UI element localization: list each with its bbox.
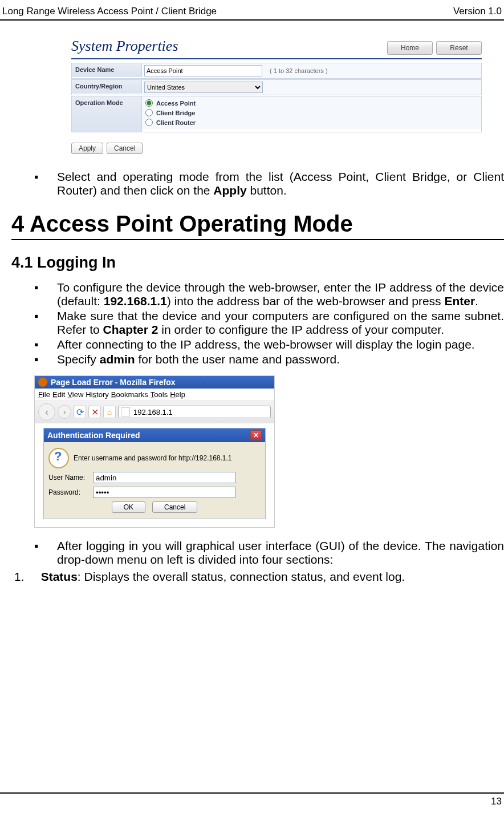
login-bullet-3: After connecting to the IP address, the … (57, 338, 504, 351)
apply-button[interactable]: Apply (71, 143, 103, 154)
auth-message: Enter username and password for http://1… (74, 454, 232, 462)
opmode-access-point-label: Access Point (156, 100, 196, 107)
operation-mode-label: Operation Mode (72, 96, 142, 132)
login-bullet-2: Make sure that the device and your compu… (57, 309, 504, 337)
ok-button[interactable]: OK (112, 501, 145, 513)
opmode-client-bridge-label: Client Bridge (156, 110, 195, 116)
password-input[interactable] (93, 487, 235, 498)
header-right: Version 1.0 (453, 6, 502, 17)
menu-history[interactable]: History (86, 390, 108, 399)
system-properties-panel: System Properties Home Reset Device Name… (71, 38, 493, 154)
page-icon (121, 407, 130, 416)
country-select[interactable]: United States (144, 82, 263, 93)
opmode-access-point-radio[interactable] (145, 99, 153, 107)
password-label: Password: (48, 488, 88, 496)
menu-help[interactable]: Help (170, 390, 185, 399)
menu-tools[interactable]: Tools (151, 390, 168, 399)
firefox-icon (38, 378, 47, 387)
username-input[interactable] (93, 472, 235, 483)
back-button[interactable]: ‹ (38, 403, 55, 420)
reload-icon[interactable]: ⟳ (74, 406, 86, 418)
opmode-client-router-radio[interactable] (145, 119, 153, 126)
device-name-label: Device Name (72, 63, 142, 77)
close-icon[interactable]: ✕ (250, 430, 262, 440)
address-bar[interactable]: 192.168.1.1 (118, 406, 271, 418)
firefox-window: Page Load Error - Mozilla Firefox File E… (34, 375, 275, 528)
section-heading: 4 Access Point Operating Mode (11, 211, 504, 240)
question-icon (48, 448, 69, 468)
header-left: Long Range Wireless Access Point / Clien… (2, 6, 217, 17)
status-desc: Status: Displays the overall status, con… (34, 570, 405, 584)
username-label: User Name: (48, 474, 88, 482)
opmode-client-router-label: Client Router (156, 119, 196, 126)
menu-file[interactable]: File (38, 390, 50, 399)
opmode-client-bridge-radio[interactable] (145, 109, 153, 116)
country-label: Country/Region (72, 80, 142, 94)
list-number: 1. (14, 570, 34, 584)
menu-bookmarks[interactable]: Bookmarks (111, 390, 148, 399)
home-icon[interactable]: ⌂ (103, 406, 116, 418)
reset-button[interactable]: Reset (436, 41, 482, 55)
page-number: 13 (0, 796, 504, 807)
device-name-hint: ( 1 to 32 characters ) (270, 67, 328, 74)
bullet-marker: ▪ (34, 170, 57, 197)
menu-edit[interactable]: Edit (52, 390, 65, 399)
firefox-titlebar: Page Load Error - Mozilla Firefox (35, 376, 274, 389)
cancel-button[interactable]: Cancel (107, 143, 143, 154)
menu-view[interactable]: View (67, 390, 83, 399)
after-login-bullet: After logging in you will graphical user… (57, 539, 504, 567)
device-name-input[interactable] (144, 65, 262, 76)
auth-dialog: Authentication Required ✕ Enter username… (43, 428, 266, 519)
bullet-text: Select and operating mode from the list … (57, 170, 504, 197)
header-rule (0, 19, 504, 21)
footer-rule (0, 792, 504, 794)
cancel-button-auth[interactable]: Cancel (152, 501, 197, 513)
stop-icon[interactable]: ✕ (88, 406, 101, 418)
address-text: 192.168.1.1 (133, 408, 173, 416)
subsection-heading: 4.1 Logging In (11, 254, 504, 272)
login-bullet-1: To configure the device through the web-… (57, 281, 504, 308)
forward-button[interactable]: › (58, 405, 71, 419)
login-bullet-4: Specify admin for both the user name and… (57, 353, 504, 366)
auth-title-text: Authentication Required (47, 431, 140, 440)
firefox-menubar[interactable]: File Edit View History Bookmarks Tools H… (35, 389, 274, 401)
home-button[interactable]: Home (387, 41, 433, 55)
